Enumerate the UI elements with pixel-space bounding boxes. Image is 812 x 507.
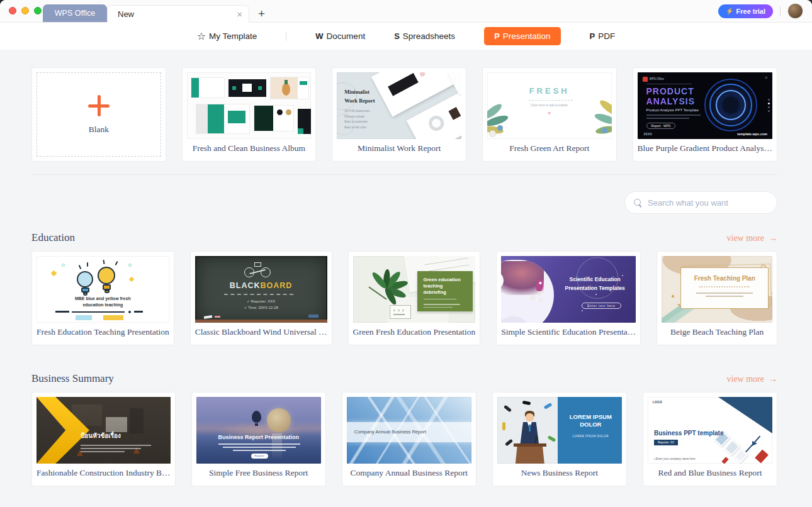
microphone [504, 405, 512, 413]
template-card[interactable]: Scientific Education Presentation Templa… [496, 251, 641, 345]
thumb-title: Scientific Education [564, 276, 626, 282]
template-card[interactable]: MBE blue and yellow fresh education teac… [31, 251, 174, 345]
nav-spreadsheets-label: Spreadsheets [403, 31, 455, 41]
building-thumbnail: Company Annual Business Report [347, 397, 471, 464]
tab-wps-office[interactable]: WPS Office [43, 4, 107, 22]
nav-document-label: Document [327, 31, 366, 41]
podium [514, 443, 546, 447]
presentation-icon: P [494, 31, 500, 41]
template-card[interactable]: LOREM IPSUM DOLOR LOREM IPSUM DOLOR News… [492, 392, 627, 486]
thumb-title: Minimalist [344, 89, 369, 95]
tab-new-label: New [118, 9, 237, 19]
zoom-window-button[interactable] [34, 7, 42, 14]
wps-office-window: WPS Office New × + ⚡ Free trial ☆ My Tem… [0, 0, 812, 507]
titlebar-right: ⚡ Free trial [718, 3, 803, 19]
heart-icon: ♥ [487, 110, 612, 116]
template-name: Company Annual Business Report [347, 464, 471, 482]
thumb-bullets: 16:9 HD widescreen Pictures include Easy… [344, 109, 370, 130]
red-blue-thumbnail: LOGO Business PPT template Reporter: XX … [648, 397, 772, 464]
thumb-title: Green education teaching debriefing [424, 277, 466, 295]
minimize-window-button[interactable] [21, 7, 29, 14]
thumb-title: Work Report [344, 98, 375, 104]
thumb-footer: › Enter your company name here [654, 457, 696, 460]
category-nav: ☆ My Template W Document S Spreadsheets … [0, 23, 812, 50]
template-name: Green Fresh Education Presentation [353, 323, 476, 341]
titlebar-divider [780, 6, 781, 16]
thumb-title: ป้อนหัวข้อเรื่อง [81, 431, 121, 440]
thumb-subtitle: LOREM IPSUM DOLOR [558, 435, 622, 438]
template-card[interactable]: Business Report Presentation Reporter Si… [191, 392, 326, 486]
wps-logo-text: WPS Office [650, 77, 664, 81]
thumb-badge: Report · WPS [646, 123, 676, 129]
template-card[interactable]: LOGO Business PPT template Reporter: XX … [643, 392, 777, 486]
user-avatar[interactable] [787, 3, 803, 19]
thumb-logo: LOGO [653, 401, 662, 404]
template-name: Fresh Green Art Report [487, 139, 612, 157]
nav-presentation-label: Presentation [503, 31, 551, 41]
template-name: Minimalist Work Report [337, 139, 461, 157]
minimalist-thumbnail: Minimalist Work Report 16:9 HD widescree… [337, 72, 461, 139]
album-thumbnail [187, 72, 312, 139]
nav-presentation-selected[interactable]: P Presentation [484, 27, 560, 45]
template-card[interactable]: Green education teaching debriefing Gree… [348, 251, 481, 345]
tab-wps-office-label: WPS Office [55, 9, 95, 18]
thumb-subtitle: Product Analysis PPT Template [646, 108, 699, 112]
template-card[interactable]: Fresh Teaching Plan Beige Beach Teaching… [657, 251, 777, 345]
slide-tile [270, 77, 309, 99]
free-trial-label: Free trial [736, 8, 765, 15]
business-view-more-link[interactable]: view more → [727, 374, 777, 384]
thumb-title: MBE blue and yellow fresh [37, 296, 169, 301]
tab-new[interactable]: New × [107, 5, 249, 23]
thumb-title: LOREM IPSUM DOLOR [558, 413, 622, 428]
fresh-green-thumbnail: FRESH Click here to add a subtitle ♥ [487, 72, 612, 139]
blank-template-card[interactable]: Blank [31, 67, 166, 162]
new-tab-button[interactable]: + [258, 8, 265, 20]
template-card[interactable]: Minimalist Work Report 16:9 HD widescree… [332, 67, 466, 162]
yellow-bulb [98, 267, 115, 284]
business-row: ป้อนหัวข้อเรื่อง Fashionable Constructio… [31, 392, 777, 486]
arrow-right-icon: → [769, 233, 777, 243]
nav-spreadsheets[interactable]: S Spreadsheets [394, 31, 455, 41]
section-divider [31, 174, 777, 175]
template-card[interactable]: Company Annual Business Report Company A… [342, 392, 476, 486]
education-view-more-link[interactable]: view more → [727, 233, 777, 243]
template-card[interactable]: Fresh and Clean Business Album [182, 67, 317, 162]
thumb-title: ANALYSIS [646, 96, 696, 106]
blank-dashed-area: Blank [37, 72, 161, 157]
template-name: Blue Purple Gradient Product Analys… [638, 139, 772, 157]
free-trial-button[interactable]: ⚡ Free trial [718, 4, 773, 18]
title-frame [680, 267, 769, 309]
template-card[interactable]: WPS Office ≡ PRODUCT ANALYSIS Product An… [633, 67, 777, 162]
green-text-box: Green education teaching debriefing [417, 271, 473, 311]
chalk [203, 315, 211, 318]
close-window-button[interactable] [9, 7, 16, 14]
search-box[interactable] [624, 191, 777, 214]
nav-my-template[interactable]: ☆ My Template [197, 31, 257, 42]
star-icon: ☆ [197, 31, 206, 42]
template-card[interactable]: BLACKBOARD ✓ Reporter: XXX ✓ Time: 20XX.… [190, 251, 332, 345]
blue-bulb [77, 271, 93, 287]
title-bar: WPS Office New × + ⚡ Free trial [0, 0, 812, 23]
thumb-badge: Enter text here [582, 303, 621, 309]
nav-pdf[interactable]: P PDF [590, 31, 616, 41]
section-title: Education [31, 231, 75, 244]
thumb-badge: Reporter: XX [654, 440, 678, 445]
template-name: Beige Beach Teaching Plan [662, 323, 772, 341]
thumb-title: PRODUCT [646, 86, 694, 96]
bulbs-thumbnail: MBE blue and yellow fresh education teac… [37, 256, 169, 323]
thumb-year: 20XX [644, 132, 652, 136]
thumb-title: Business PPT template [654, 430, 724, 437]
arrow-right-icon: → [769, 374, 777, 384]
search-input[interactable] [648, 198, 768, 208]
template-name: Fresh Education Teaching Presentation [37, 323, 169, 341]
thumb-title: BLACKBOARD [195, 281, 327, 290]
hot-air-balloon [252, 411, 261, 423]
close-tab-icon[interactable]: × [237, 9, 242, 19]
template-card[interactable]: FRESH Click here to add a subtitle ♥ Fre… [482, 67, 617, 162]
template-card[interactable]: ป้อนหัวข้อเรื่อง Fashionable Constructio… [31, 392, 176, 486]
thumb-site: template.wps.com [737, 132, 767, 136]
nav-document[interactable]: W Document [315, 31, 365, 41]
nav-divider [286, 31, 286, 41]
slide-tile [196, 104, 250, 134]
template-name: Classic Blackboard Wind Universal … [195, 323, 327, 341]
